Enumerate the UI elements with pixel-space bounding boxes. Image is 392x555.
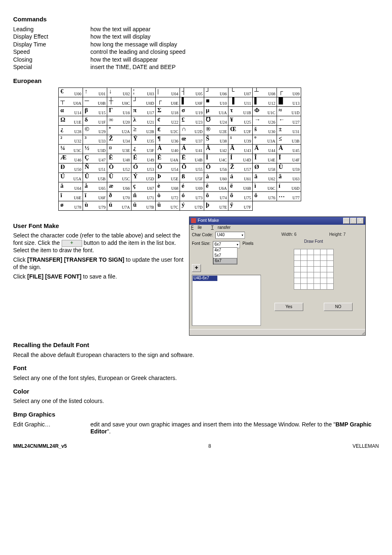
char-cell: âU62	[253, 173, 277, 182]
pixel-cell[interactable]	[300, 261, 307, 267]
char-cell: îU6E	[59, 191, 83, 201]
char-cell: |U04	[156, 88, 180, 97]
char-cell: ÝU5D	[131, 173, 156, 182]
char-cell: çU67	[131, 182, 156, 191]
char-cell: ÅU45	[277, 144, 301, 154]
char-cell: ÇU47	[83, 154, 107, 163]
char-cell: ΦU1C	[253, 106, 277, 116]
char-code-dropdown[interactable]: U40▾	[215, 232, 245, 239]
pixel-cell[interactable]	[320, 261, 327, 267]
minimize-button[interactable]: _	[343, 218, 350, 224]
pixel-cell[interactable]	[307, 278, 314, 284]
pixel-cell[interactable]	[307, 261, 314, 267]
char-cell: →U26	[253, 116, 277, 125]
char-cell: ¥U25	[228, 116, 253, 125]
char-cell: ɛU2C	[156, 125, 180, 135]
pixel-cell[interactable]	[327, 267, 333, 272]
char-cell: ¢U22	[156, 116, 180, 125]
pixel-cell[interactable]	[307, 249, 314, 255]
char-cell: ▐U11	[228, 97, 253, 106]
pixel-cell[interactable]	[300, 284, 307, 290]
char-cell: ÚU5A	[59, 173, 83, 182]
char-cell: ëU6B	[228, 182, 253, 191]
pixel-cell[interactable]	[294, 272, 300, 278]
pixel-cell[interactable]	[294, 255, 300, 261]
pixel-cell[interactable]	[300, 267, 307, 272]
width-label: Width: 6	[281, 232, 297, 237]
pixel-cell[interactable]	[327, 249, 333, 255]
pixel-cell[interactable]	[307, 267, 314, 272]
char-cell: ÕU55	[180, 163, 204, 173]
pixel-cell[interactable]	[294, 278, 300, 284]
no-button[interactable]: NO	[324, 303, 353, 311]
menu-file[interactable]: File	[191, 225, 206, 230]
close-button[interactable]: ×	[357, 218, 364, 224]
pixel-cell[interactable]	[294, 261, 300, 267]
font-size-options[interactable]: 4x7 5x7 6x7	[213, 247, 238, 265]
char-cell: ¿U3F	[131, 144, 156, 154]
pixel-cell[interactable]	[314, 278, 320, 284]
pixel-cell[interactable]	[327, 255, 333, 261]
pixel-cell[interactable]	[314, 267, 320, 272]
char-cell: ûU7B	[131, 201, 156, 210]
pixel-cell[interactable]	[314, 261, 320, 267]
char-cell: ¤U3E	[107, 144, 131, 154]
pixel-cell[interactable]	[307, 272, 314, 278]
height-label: Height: 7	[329, 232, 346, 237]
pixel-cell[interactable]	[320, 255, 327, 261]
cmd-desc: insert the TIME, DATE and BEEP	[90, 64, 189, 71]
char-cell: óU73	[180, 191, 204, 201]
pixel-cell[interactable]	[327, 261, 333, 267]
pixel-cell[interactable]	[294, 267, 300, 272]
char-cell: ÐU50	[59, 163, 83, 173]
char-cell: μU1A	[204, 106, 228, 116]
pixel-cell[interactable]	[327, 278, 333, 284]
footer-right: VELLEMAN	[353, 443, 379, 449]
pixel-cell[interactable]	[300, 249, 307, 255]
char-cell: ÈU48	[107, 154, 131, 163]
char-cell: ŸU35	[131, 135, 156, 144]
pixel-cell[interactable]	[307, 255, 314, 261]
cmd-name: Leading	[13, 26, 90, 34]
maximize-button[interactable]: □	[350, 218, 357, 224]
add-button[interactable]: ✚	[192, 264, 201, 272]
char-cell: öU76	[253, 191, 277, 201]
menu-transfer[interactable]: Transfer	[211, 225, 231, 230]
pixel-cell[interactable]	[320, 267, 327, 272]
char-cell: ┴U08	[253, 88, 277, 97]
char-cell: τU1B	[228, 106, 253, 116]
char-cell: éU69	[180, 182, 204, 191]
char-cell: ßU5F	[180, 173, 204, 182]
yes-button[interactable]: Yes	[274, 303, 303, 311]
char-cell: ðU70	[107, 191, 131, 201]
char-code-label: Char Code:	[192, 233, 213, 238]
pixel-cell[interactable]	[320, 272, 327, 278]
items-listbox[interactable]: U40-6x7	[192, 275, 261, 326]
add-item-button[interactable]	[62, 240, 82, 247]
list-item[interactable]: U40-6x7	[193, 276, 217, 281]
pixel-cell[interactable]	[300, 272, 307, 278]
pixel-cell[interactable]	[314, 255, 320, 261]
char-cell: ¹U39	[228, 135, 253, 144]
pixel-cell[interactable]	[320, 284, 327, 290]
char-cell: ≥U2B	[131, 125, 156, 135]
pixel-grid[interactable]	[294, 249, 334, 290]
char-cell: úU7A	[107, 201, 131, 210]
char-cell: ≈U1D	[277, 106, 301, 116]
pixel-cell[interactable]	[294, 249, 300, 255]
pixel-cell[interactable]	[300, 255, 307, 261]
pixel-cell[interactable]	[327, 272, 333, 278]
char-cell: üU7C	[156, 201, 180, 210]
pixel-cell[interactable]	[307, 284, 314, 290]
pixel-cell[interactable]	[314, 249, 320, 255]
char-cell: øU78	[59, 201, 83, 210]
pixel-cell[interactable]	[320, 249, 327, 255]
pixel-cell[interactable]	[320, 278, 327, 284]
heading-commands: Commands	[13, 16, 379, 23]
pixel-cell[interactable]	[294, 284, 300, 290]
pixel-cell[interactable]	[300, 278, 307, 284]
pixel-cell[interactable]	[314, 284, 320, 290]
pixel-cell[interactable]	[327, 284, 333, 290]
char-cell: σU19	[180, 106, 204, 116]
pixel-cell[interactable]	[314, 272, 320, 278]
